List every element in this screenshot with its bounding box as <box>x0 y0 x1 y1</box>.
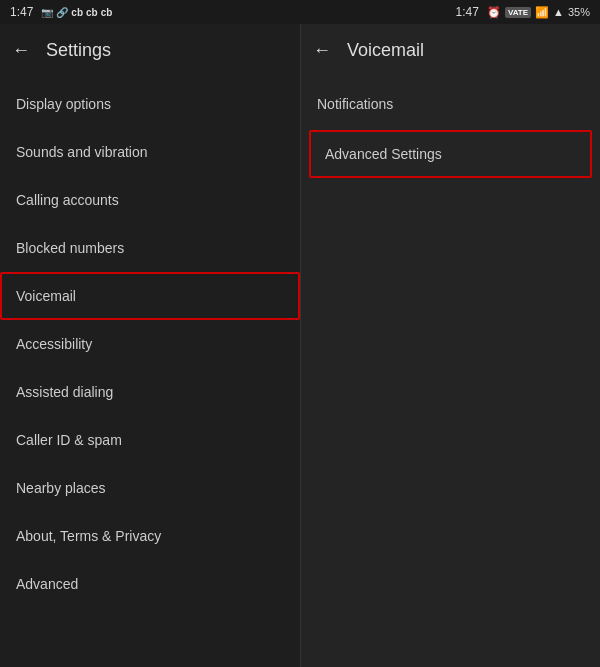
instagram-icon: 📷 <box>41 7 53 18</box>
settings-title: Settings <box>46 40 111 61</box>
link-icon: 🔗 <box>56 7 68 18</box>
voicemail-back-button[interactable]: ← <box>313 40 331 61</box>
settings-menu-item-about-terms-privacy[interactable]: About, Terms & Privacy <box>0 512 300 560</box>
settings-menu-item-calling-accounts[interactable]: Calling accounts <box>0 176 300 224</box>
cb-label-2: cb <box>86 7 98 18</box>
settings-menu-item-accessibility[interactable]: Accessibility <box>0 320 300 368</box>
settings-menu-item-display-options[interactable]: Display options <box>0 80 300 128</box>
settings-menu-item-advanced[interactable]: Advanced <box>0 560 300 608</box>
voicemail-menu-list: NotificationsAdvanced Settings <box>301 76 600 184</box>
settings-menu-list: Display optionsSounds and vibrationCalli… <box>0 76 300 612</box>
settings-menu-item-sounds-vibration[interactable]: Sounds and vibration <box>0 128 300 176</box>
voicemail-menu-item-advanced-settings[interactable]: Advanced Settings <box>309 130 592 178</box>
settings-menu-item-blocked-numbers[interactable]: Blocked numbers <box>0 224 300 272</box>
battery-percentage: 35% <box>568 6 590 18</box>
vate-badge: VATE <box>505 7 531 18</box>
settings-menu-item-voicemail[interactable]: Voicemail <box>0 272 300 320</box>
status-bar-left: 1:47 📷 🔗 cb cb cb <box>0 0 300 24</box>
settings-header: ← Settings <box>0 24 300 76</box>
signal-icon: 📶 <box>535 6 549 19</box>
voicemail-title: Voicemail <box>347 40 424 61</box>
settings-menu-item-caller-id-spam[interactable]: Caller ID & spam <box>0 416 300 464</box>
wifi-icon: ▲ <box>553 6 564 18</box>
settings-back-button[interactable]: ← <box>12 40 30 61</box>
voicemail-panel: ← Voicemail NotificationsAdvanced Settin… <box>300 24 600 667</box>
voicemail-menu-item-notifications[interactable]: Notifications <box>301 80 600 128</box>
left-time: 1:47 <box>10 5 33 19</box>
cb-label-1: cb <box>71 7 83 18</box>
status-bar: 1:47 📷 🔗 cb cb cb 1:47 ⏰ VATE 📶 ▲ 35% <box>0 0 600 24</box>
voicemail-header: ← Voicemail <box>301 24 600 76</box>
alarm-icon: ⏰ <box>487 6 501 19</box>
main-panels: ← Settings Display optionsSounds and vib… <box>0 24 600 667</box>
settings-menu-item-assisted-dialing[interactable]: Assisted dialing <box>0 368 300 416</box>
right-time: 1:47 <box>456 5 479 19</box>
settings-menu-item-nearby-places[interactable]: Nearby places <box>0 464 300 512</box>
left-status-icons: 📷 🔗 cb cb cb <box>41 7 112 18</box>
settings-panel: ← Settings Display optionsSounds and vib… <box>0 24 300 667</box>
status-bar-right: 1:47 ⏰ VATE 📶 ▲ 35% <box>300 0 600 24</box>
cb-label-3: cb <box>101 7 113 18</box>
